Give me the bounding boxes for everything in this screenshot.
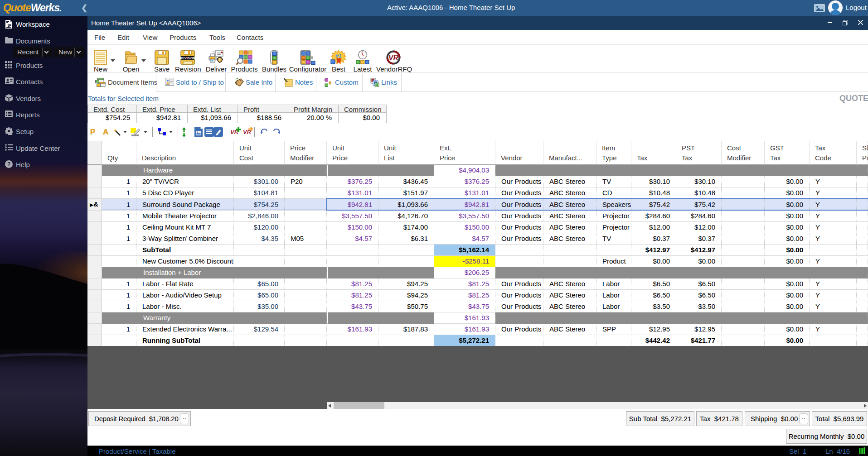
svg-text:$: $ [8,23,10,28]
svg-text:?: ? [7,161,10,168]
svg-text:REVISION: REVISION [180,57,195,60]
svg-text:#1: #1 [335,53,342,59]
svg-text:VR: VR [388,54,399,62]
